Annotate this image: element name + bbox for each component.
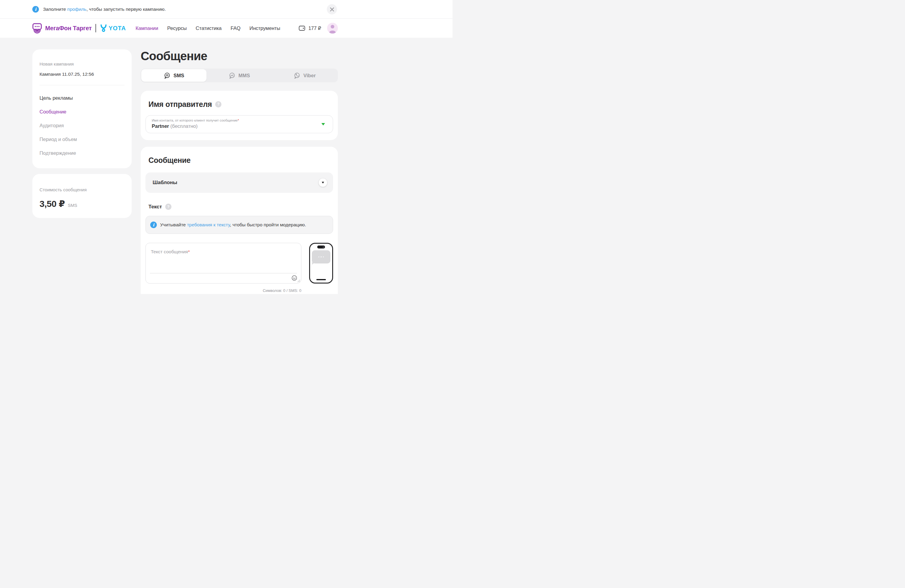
avatar-head <box>331 25 334 29</box>
mms-icon <box>229 72 235 79</box>
char-counter: Символов: 0 / SMS: 0 <box>145 288 302 293</box>
brand-name: МегаФон Таргет <box>45 25 92 32</box>
info-icon: i <box>32 6 39 13</box>
campaign-name: Кампания 11.07.25, 12:56 <box>40 72 124 77</box>
profile-link[interactable]: профиль <box>67 6 86 12</box>
megafon-target-logo[interactable]: МегаФон Таргет <box>32 23 92 33</box>
steps-list: Цель рекламы Сообщение Аудитория Период … <box>40 95 124 156</box>
hint-text: Учитывайте требования к тексту, чтобы бы… <box>160 222 306 227</box>
required-asterisk: * <box>238 119 239 122</box>
message-section: Сообщение Шаблоны Текст ? i Учитывайте т… <box>141 147 338 294</box>
balance-amount[interactable]: 177 ₽ <box>308 25 321 31</box>
hint-text-after: , чтобы быстро пройти модерацию. <box>230 222 306 227</box>
message-textarea[interactable] <box>146 243 301 283</box>
banner-text-after: , чтобы запустить первую кампанию. <box>86 6 166 12</box>
info-icon: i <box>150 222 157 228</box>
banner-text-before: Заполните <box>43 6 67 12</box>
tab-mms[interactable]: MMS <box>206 69 272 82</box>
yota-logo-icon <box>100 24 107 32</box>
bubble-dot <box>321 256 322 257</box>
banner-close-button[interactable] <box>327 4 337 14</box>
sender-heading-text: Имя отправителя <box>148 100 212 109</box>
text-label-row: Текст ? <box>148 203 333 210</box>
cost-unit: SMS <box>68 203 77 208</box>
cost-row: 3,50 ₽ SMS <box>40 199 124 209</box>
sender-name-select[interactable]: Имя контакта, от которого клиент получит… <box>145 115 333 133</box>
text-requirements-link[interactable]: требования к тексту <box>187 222 230 227</box>
chevron-down-icon <box>322 182 324 184</box>
page-content: Новая кампания Кампания 11.07.25, 12:56 … <box>0 38 452 294</box>
tab-viber[interactable]: Viber <box>272 69 337 82</box>
phone-message-bubble <box>312 250 330 264</box>
help-icon[interactable]: ? <box>215 101 221 108</box>
nav-item-tools[interactable]: Инструменты <box>249 25 280 31</box>
campaign-steps-card: Новая кампания Кампания 11.07.25, 12:56 … <box>32 49 132 168</box>
main-nav: Кампании Ресурсы Статистика FAQ Инструме… <box>136 25 280 31</box>
page-title: Сообщение <box>141 49 338 62</box>
step-message[interactable]: Сообщение <box>40 109 124 114</box>
nav-item-faq[interactable]: FAQ <box>231 25 241 31</box>
step-goal[interactable]: Цель рекламы <box>40 95 124 101</box>
main-column: Сообщение SMS MMS <box>141 49 338 294</box>
resize-handle[interactable] <box>297 279 300 282</box>
tab-sms-label: SMS <box>173 73 184 78</box>
campaign-sidebar: Новая кампания Кампания 11.07.25, 12:56 … <box>32 49 132 218</box>
notification-banner: i Заполните профиль, чтобы запустить пер… <box>0 0 452 19</box>
step-period[interactable]: Период и объем <box>40 137 124 142</box>
viber-icon <box>294 72 300 79</box>
close-icon <box>330 8 334 11</box>
help-icon[interactable]: ? <box>165 203 171 210</box>
header-right: 177 ₽ <box>298 23 338 33</box>
megafon-logo-icon <box>32 23 43 33</box>
phone-camera-pill <box>317 245 325 248</box>
wallet-icon <box>298 25 306 32</box>
emoji-icon <box>291 275 297 281</box>
yota-logo[interactable]: YOTA <box>100 24 126 32</box>
cost-value: 3,50 ₽ <box>40 199 65 209</box>
sender-heading: Имя отправителя ? <box>148 100 333 109</box>
emoji-button[interactable] <box>291 275 297 281</box>
phone-preview <box>309 243 333 283</box>
text-label: Текст <box>148 204 162 210</box>
channel-tabs: SMS MMS Viber <box>141 68 338 82</box>
tab-mms-label: MMS <box>238 73 250 78</box>
brand-divider <box>95 24 96 32</box>
yota-wordmark: YOTA <box>109 25 126 32</box>
hint-text-before: Учитывайте <box>160 222 187 227</box>
sender-section: Имя отправителя ? Имя контакта, от котор… <box>141 91 338 140</box>
avatar[interactable] <box>327 23 338 33</box>
banner-text: Заполните профиль, чтобы запустить перву… <box>43 6 166 12</box>
step-confirmation[interactable]: Подтверждение <box>40 150 124 156</box>
templates-dropdown[interactable]: Шаблоны <box>145 172 333 193</box>
avatar-body <box>329 30 336 33</box>
message-textarea-box: Текст сообщения* <box>145 243 302 283</box>
sender-field-label: Имя контакта, от которого клиент получит… <box>152 119 327 122</box>
sender-value-text: Partner <box>152 123 169 129</box>
sms-icon <box>164 72 171 79</box>
nav-item-campaigns[interactable]: Кампании <box>136 25 158 31</box>
message-cost-card: Стоимость сообщения 3,50 ₽ SMS <box>32 174 132 218</box>
campaign-status-label: Новая кампания <box>40 61 124 67</box>
sender-field-value: Partner (бесплатно) <box>152 123 327 129</box>
app-header: МегаФон Таргет YOTA Кампании Ресурсы Ста… <box>0 19 452 38</box>
tab-viber-label: Viber <box>303 73 316 78</box>
step-audience[interactable]: Аудитория <box>40 123 124 129</box>
sender-field-label-text: Имя контакта, от которого клиент получит… <box>152 119 238 122</box>
templates-label: Шаблоны <box>152 180 177 186</box>
tab-sms[interactable]: SMS <box>141 69 206 82</box>
cost-label: Стоимость сообщения <box>40 187 124 192</box>
bubble-dot <box>323 256 324 257</box>
message-heading-text: Сообщение <box>148 156 191 165</box>
sender-value-note: (бесплатно) <box>169 123 198 129</box>
phone-home-indicator <box>316 279 326 281</box>
phone-camera-dot <box>322 246 324 248</box>
templates-expand-button[interactable] <box>319 178 327 187</box>
moderation-hint: i Учитывайте требования к тексту, чтобы … <box>145 216 333 234</box>
message-editor-row: Текст сообщения* <box>145 243 333 283</box>
nav-item-statistics[interactable]: Статистика <box>196 25 222 31</box>
nav-item-resources[interactable]: Ресурсы <box>167 25 187 31</box>
resize-grip-icon <box>297 279 300 282</box>
message-heading: Сообщение <box>148 156 333 165</box>
bubble-dot <box>318 256 320 257</box>
chevron-down-icon <box>321 123 325 126</box>
